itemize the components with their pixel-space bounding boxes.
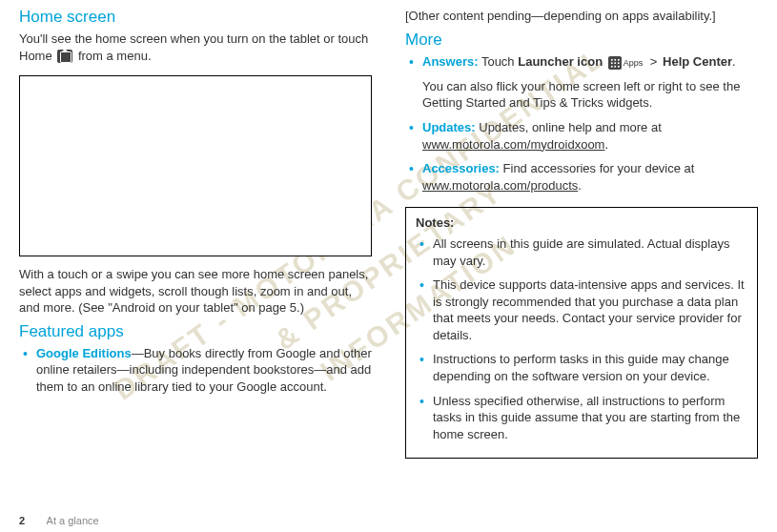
answers-dot: . — [732, 54, 736, 69]
featured-app-item: Google Editions—Buy books directly from … — [19, 345, 372, 396]
notes-item: All screens in this guide are simulated.… — [416, 235, 747, 269]
apps-grid-icon — [608, 56, 622, 70]
accessories-dot: . — [578, 178, 582, 193]
accessories-item: Accessories: Find accessories for your d… — [405, 160, 758, 194]
notes-title: Notes: — [416, 215, 747, 230]
updates-label: Updates: — [422, 120, 476, 134]
notes-item: Unless specified otherwise, all instruct… — [416, 393, 747, 443]
notes-item-text: Unless specified otherwise, all instruct… — [433, 394, 740, 441]
help-center-label: Help Center — [663, 54, 732, 69]
launcher-icon: Apps — [608, 53, 644, 71]
updates-url: www.motorola.com/mydroidxoom — [422, 137, 604, 152]
section-name: At a glance — [47, 515, 99, 526]
home-screen-heading: Home screen — [19, 8, 372, 27]
accessories-label: Accessories: — [422, 161, 500, 175]
accessories-text: Find accessories for your device at — [500, 161, 694, 175]
answers-item: Answers: Touch Launcher icon Apps > Help… — [405, 53, 758, 112]
notes-item-text: This device supports data-intensive apps… — [433, 277, 745, 342]
more-list: Answers: Touch Launcher icon Apps > Help… — [405, 53, 758, 202]
home-icon — [57, 50, 72, 63]
notes-item-text: Instructions to perform tasks in this gu… — [433, 352, 729, 383]
featured-apps-heading: Featured apps — [19, 322, 372, 341]
updates-dot: . — [604, 137, 608, 152]
right-column: [Other content pending—depending on apps… — [405, 8, 758, 524]
accessories-url: www.motorola.com/products — [422, 178, 578, 193]
apps-label: Apps — [624, 58, 644, 68]
left-column: Home screen You'll see the home screen w… — [19, 8, 372, 524]
home-intro-text-b: from a menu. — [74, 49, 151, 63]
page-number: 2 — [19, 515, 25, 526]
pending-content: [Other content pending—depending on apps… — [405, 8, 758, 25]
home-screen-intro: You'll see the home screen when you turn… — [19, 31, 372, 64]
screenshot-placeholder — [19, 75, 372, 256]
updates-text: Updates, online help and more at — [476, 120, 662, 134]
more-heading: More — [405, 31, 758, 50]
page-footer: 2 At a glance — [19, 515, 99, 526]
notes-box: Notes: All screens in this guide are sim… — [405, 207, 758, 459]
answers-label: Answers: — [422, 54, 479, 69]
google-editions-label: Google Editions — [36, 346, 132, 360]
notes-item: This device supports data-intensive apps… — [416, 276, 747, 343]
updates-item: Updates: Updates, online help and more a… — [405, 119, 758, 153]
answers-flick-text: You can also flick your home screen left… — [422, 78, 758, 112]
answers-text-a: Touch — [479, 54, 519, 69]
launcher-icon-label: Launcher icon — [518, 54, 603, 69]
notes-item: Instructions to perform tasks in this gu… — [416, 351, 747, 384]
gt-separator: > — [650, 54, 658, 69]
page-columns: Home screen You'll see the home screen w… — [19, 8, 758, 524]
notes-item-text: All screens in this guide are simulated.… — [433, 236, 729, 268]
featured-apps-list: Google Editions—Buy books directly from … — [19, 345, 372, 403]
notes-list: All screens in this guide are simulated.… — [416, 235, 747, 442]
home-screen-description: With a touch or a swipe you can see more… — [19, 266, 372, 317]
